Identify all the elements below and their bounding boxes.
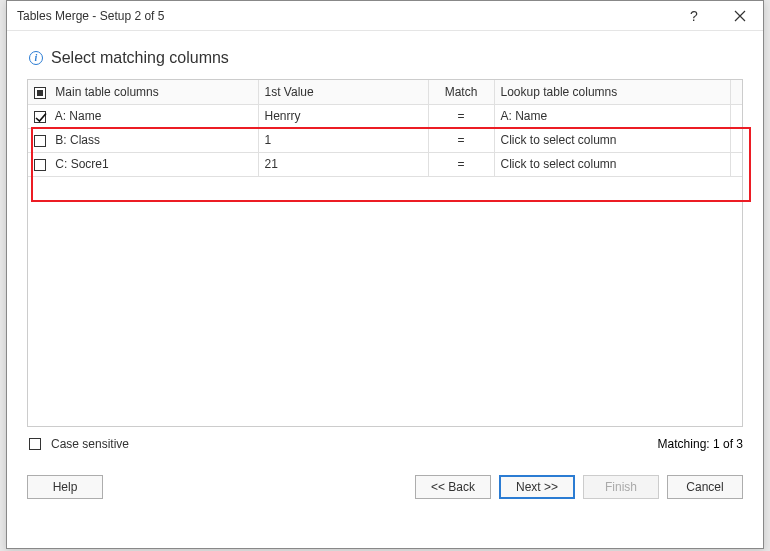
columns-table: Main table columns 1st Value Match Looku…: [28, 80, 742, 177]
footer-options-row: Case sensitive Matching: 1 of 3: [7, 427, 763, 451]
content-area: Main table columns 1st Value Match Looku…: [7, 79, 763, 427]
cell-lookup[interactable]: Click to select column: [494, 128, 730, 152]
table-row: C: Socre1 21 = Click to select column: [28, 152, 742, 176]
cancel-button[interactable]: Cancel: [667, 475, 743, 499]
finish-button: Finish: [583, 475, 659, 499]
help-btn[interactable]: Help: [27, 475, 103, 499]
back-button[interactable]: << Back: [415, 475, 491, 499]
main-col-label: A: Name: [55, 109, 102, 123]
heading-row: i Select matching columns: [7, 31, 763, 79]
case-sensitive-option[interactable]: Case sensitive: [29, 437, 129, 451]
close-icon: [734, 10, 746, 22]
cell-match[interactable]: =: [428, 128, 494, 152]
cell-main[interactable]: B: Class: [28, 128, 258, 152]
select-all-checkbox-icon: [34, 87, 46, 99]
info-icon: i: [29, 51, 43, 65]
cell-value: Henrry: [258, 104, 428, 128]
row-checkbox[interactable]: [34, 111, 46, 123]
cell-match[interactable]: =: [428, 152, 494, 176]
cell-lookup[interactable]: Click to select column: [494, 152, 730, 176]
row-checkbox[interactable]: [34, 159, 46, 171]
table-row: B: Class 1 = Click to select column: [28, 128, 742, 152]
cell-main[interactable]: C: Socre1: [28, 152, 258, 176]
case-sensitive-label: Case sensitive: [51, 437, 129, 451]
header-first-value[interactable]: 1st Value: [258, 80, 428, 104]
cell-lookup[interactable]: A: Name: [494, 104, 730, 128]
dialog-window: Tables Merge - Setup 2 of 5 ? i Select m…: [6, 0, 764, 549]
cell-match[interactable]: =: [428, 104, 494, 128]
header-tail: [730, 80, 742, 104]
window-title: Tables Merge - Setup 2 of 5: [17, 9, 671, 23]
footer-buttons-row: Help << Back Next >> Finish Cancel: [7, 451, 763, 499]
help-button[interactable]: ?: [671, 1, 717, 31]
columns-table-container: Main table columns 1st Value Match Looku…: [27, 79, 743, 427]
table-row: A: Name Henrry = A: Name: [28, 104, 742, 128]
table-header-row: Main table columns 1st Value Match Looku…: [28, 80, 742, 104]
cell-value: 21: [258, 152, 428, 176]
main-col-label: C: Socre1: [55, 157, 108, 171]
cell-main[interactable]: A: Name: [28, 104, 258, 128]
next-button[interactable]: Next >>: [499, 475, 575, 499]
close-button[interactable]: [717, 1, 763, 31]
matching-status: Matching: 1 of 3: [658, 437, 743, 451]
header-main-columns[interactable]: Main table columns: [28, 80, 258, 104]
header-match[interactable]: Match: [428, 80, 494, 104]
main-col-label: B: Class: [55, 133, 100, 147]
cell-value: 1: [258, 128, 428, 152]
header-lookup-columns[interactable]: Lookup table columns: [494, 80, 730, 104]
titlebar: Tables Merge - Setup 2 of 5 ?: [7, 1, 763, 31]
case-sensitive-checkbox: [29, 438, 41, 450]
header-main-label: Main table columns: [55, 85, 158, 99]
row-checkbox[interactable]: [34, 135, 46, 147]
page-heading: Select matching columns: [51, 49, 229, 67]
